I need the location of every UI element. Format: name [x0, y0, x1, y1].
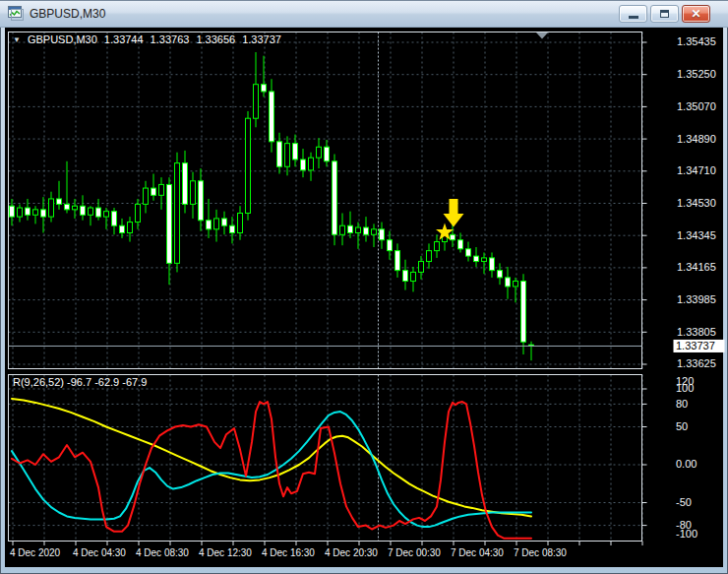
restore-icon: [660, 10, 669, 18]
chart-header: ▼ GBPUSD,M30 1.33744 1.33763 1.33656 1.3…: [13, 33, 281, 45]
indicator-header: R(9,26,52) -96.7 -62.9 -67.9: [13, 376, 147, 388]
indicator-label: R(9,26,52) -96.7 -62.9 -67.9: [13, 376, 147, 388]
header-low: 1.33656: [196, 33, 235, 45]
header-close: 1.33737: [242, 33, 281, 45]
close-icon: ✕: [691, 8, 700, 20]
header-symbol: GBPUSD,M30: [28, 33, 97, 45]
chevron-down-icon[interactable]: ▼: [13, 35, 21, 44]
window-title: GBPUSD,M30: [30, 7, 619, 21]
window-controls: ✕: [619, 5, 710, 23]
window-icon: [8, 6, 24, 22]
header-open: 1.33744: [104, 33, 144, 45]
minimize-icon: [629, 16, 638, 19]
maximize-button[interactable]: [650, 5, 679, 23]
close-button[interactable]: ✕: [682, 5, 710, 23]
header-high: 1.33763: [151, 33, 190, 45]
chart-client-area: [5, 28, 723, 567]
minimize-button[interactable]: [619, 5, 647, 23]
chart-window: GBPUSD,M30 ✕ 1.354351.352501.350701.3489…: [0, 0, 728, 574]
title-bar[interactable]: GBPUSD,M30 ✕: [0, 0, 728, 28]
